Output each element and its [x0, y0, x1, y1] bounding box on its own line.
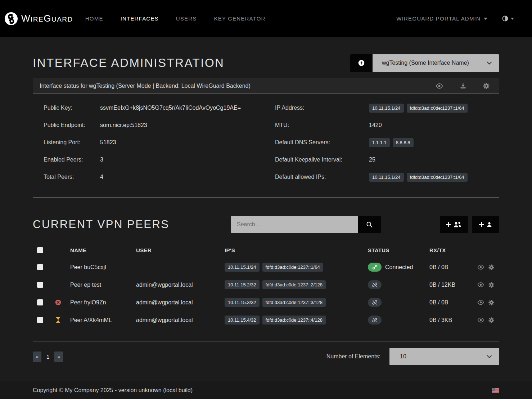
info-label: Default allowed IPs: — [275, 174, 369, 180]
pagination-next-button[interactable]: » — [54, 352, 63, 362]
gear-icon[interactable] — [488, 264, 494, 270]
eye-icon[interactable] — [477, 264, 484, 270]
nav-links: HOMEINTERFACESUSERSKEY GENERATOR — [85, 15, 266, 22]
peer-ips: 10.11.15.1/24fdfd:d3ad:c0de:1237::1/64 — [220, 263, 364, 272]
info-row: Default Keepalive Interval:25 — [275, 151, 499, 168]
gear-icon[interactable] — [488, 282, 494, 288]
search-button[interactable] — [358, 216, 381, 233]
peer-name: Peer fryiO9Zn — [66, 299, 132, 306]
nav-link-users[interactable]: USERS — [176, 15, 197, 22]
peer-disabled-icon — [55, 299, 61, 305]
info-label: Enabled Peers: — [44, 157, 100, 163]
value-badge: 10.11.15.1/24 — [369, 104, 404, 113]
value-badge: fdfd:d3ad:c0de:1237::1/64 — [407, 104, 468, 113]
elements-count-select[interactable]: 10 — [389, 348, 499, 365]
wireguard-logo[interactable]: WIREGUARD — [4, 12, 73, 26]
ip-badge: 10.11.15.1/24 — [225, 263, 260, 272]
peer-row: Peer ep testadmin@wgportal.local10.11.15… — [33, 276, 499, 294]
theme-toggle-dropdown[interactable] — [502, 15, 514, 22]
search-input[interactable] — [231, 216, 358, 233]
pagination-page-1[interactable]: 1 — [41, 354, 54, 360]
info-label: Default DNS Servers: — [275, 139, 369, 146]
add-interface-button[interactable] — [350, 54, 373, 72]
info-label: Listening Port: — [44, 139, 100, 146]
peer-status — [364, 298, 425, 307]
status-label: Connected — [385, 264, 413, 271]
ip-badge: 10.11.15.2/32 — [225, 280, 260, 289]
gear-icon[interactable] — [488, 317, 494, 323]
disconnected-pill — [368, 280, 382, 289]
info-badges: 10.11.15.1/24fdfd:d3ad:c0de:1237::1/64 — [369, 174, 470, 180]
select-all-checkbox[interactable] — [37, 247, 43, 253]
nav-link-interfaces[interactable]: INTERFACES — [121, 15, 159, 22]
pagination-prev-button[interactable]: « — [33, 352, 41, 362]
info-row: Public Key:ssvmEeIxG+k8jsNO5G7cq5r/Ak7Ii… — [44, 99, 275, 117]
peer-user: admin@wgportal.local — [132, 299, 220, 306]
peer-rxtx: 0B / 0B — [425, 264, 472, 271]
caret-down-icon — [484, 18, 487, 20]
peer-checkbox[interactable] — [37, 317, 43, 323]
wireguard-dragon-icon — [4, 12, 18, 26]
interface-select-value: wgTesting (Some Interface Name) — [382, 60, 469, 66]
plus-icon — [446, 222, 451, 227]
elements-count-value: 10 — [400, 353, 406, 360]
ip-badge: fdfd:d3ad:c0de:1237::1/64 — [262, 263, 323, 272]
user-icon — [486, 222, 492, 228]
link-icon — [372, 264, 378, 270]
column-header-user: USER — [132, 247, 220, 253]
info-badges: 1.1.1.18.8.8.8 — [369, 139, 416, 146]
gear-icon[interactable] — [483, 83, 490, 89]
add-multiple-peers-button[interactable] — [440, 216, 468, 233]
peer-checkbox[interactable] — [37, 299, 43, 305]
info-value: som.nicr.ep:51823 — [100, 122, 147, 128]
peer-ips: 10.11.15.2/32fdfd:d3ad:c0de:1237::2/128 — [220, 280, 364, 289]
peers-section-title: CURRENT VPN PEERS — [33, 218, 170, 231]
ip-badge: fdfd:d3ad:c0de:1237::3/128 — [262, 298, 326, 307]
nav-link-home[interactable]: HOME — [85, 15, 103, 22]
us-flag-icon[interactable] — [492, 388, 499, 393]
eye-icon[interactable] — [477, 300, 484, 305]
brand-wordmark: WIREGUARD — [21, 13, 73, 24]
elements-count-label: Number of Elements: — [326, 353, 380, 360]
info-value: 3 — [100, 157, 103, 163]
column-header-ips: IP'S — [220, 247, 364, 253]
peer-checkbox[interactable] — [37, 264, 43, 270]
user-menu-dropdown[interactable]: WIREGUARD PORTAL ADMIN — [396, 15, 487, 22]
chevron-down-icon — [487, 355, 492, 358]
eye-icon[interactable] — [477, 317, 484, 323]
peer-name: Peer ep test — [66, 282, 132, 288]
info-row: Enabled Peers:3 — [44, 151, 275, 168]
peer-rxtx: 0B / 0B — [425, 299, 472, 306]
link-slash-icon — [372, 300, 378, 305]
info-label: Public Endpoint: — [44, 122, 100, 128]
plus-icon — [479, 222, 484, 227]
peer-user: admin@wgportal.local — [132, 317, 220, 323]
value-badge: 8.8.8.8 — [393, 138, 414, 147]
info-value: ssvmEeIxG+k8jsNO5G7cq5r/Ak7IiCodAvOyoCg1… — [100, 105, 241, 111]
peer-row: Peer buC5cxjl10.11.15.1/24fdfd:d3ad:c0de… — [33, 258, 499, 276]
peer-status: Connected — [364, 263, 425, 272]
peer-ips: 10.11.15.4/32fdfd:d3ad:c0de:1237::4/128 — [220, 316, 364, 325]
info-row: Total Peers:4 — [44, 168, 275, 186]
connected-pill — [368, 263, 382, 272]
eye-icon[interactable] — [477, 282, 484, 287]
eye-icon[interactable] — [436, 83, 443, 89]
info-value: 1420 — [369, 122, 382, 128]
interface-select[interactable]: wgTesting (Some Interface Name) — [373, 54, 499, 72]
page-title: INTERFACE ADMINISTRATION — [33, 56, 224, 70]
peer-name: Peer buC5cxjl — [66, 264, 132, 271]
gear-icon[interactable] — [488, 300, 494, 305]
nav-link-key-generator[interactable]: KEY GENERATOR — [214, 15, 266, 22]
info-badges: 10.11.15.1/24fdfd:d3ad:c0de:1237::1/64 — [369, 105, 470, 111]
add-peer-button[interactable] — [472, 216, 499, 233]
peer-checkbox[interactable] — [37, 282, 43, 288]
download-icon[interactable] — [460, 82, 466, 89]
value-badge: 10.11.15.1/24 — [369, 173, 404, 182]
link-slash-icon — [372, 317, 378, 323]
footer: Copyright © My Company 2025 - version un… — [0, 381, 532, 399]
caret-down-icon — [511, 18, 514, 20]
ip-badge: 10.11.15.3/32 — [225, 298, 260, 307]
copyright-text: Copyright © My Company 2025 - version un… — [33, 387, 193, 394]
peer-row: Peer A/Xk4mMLadmin@wgportal.local10.11.1… — [33, 311, 499, 329]
ip-badge: fdfd:d3ad:c0de:1237::4/128 — [262, 316, 326, 325]
